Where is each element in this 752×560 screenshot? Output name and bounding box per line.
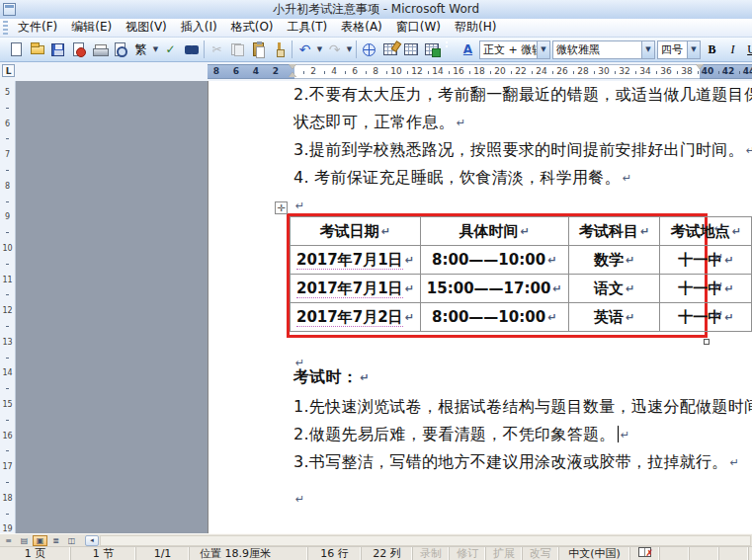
outline-view-button[interactable]: ≣ (48, 535, 63, 546)
print-layout-view-button[interactable]: ▣ (33, 535, 47, 546)
print-preview-icon[interactable] (111, 40, 130, 60)
find-icon[interactable] (182, 40, 202, 60)
undo-icon[interactable]: ↶ (295, 40, 315, 60)
first-line-indent-marker[interactable] (289, 64, 296, 69)
redo-icon: ↷ (325, 40, 345, 60)
ruler-number: 34 (639, 66, 650, 76)
status-language[interactable]: 中文(中国) (559, 547, 630, 560)
reading-layout-view-button[interactable]: ◫ (64, 535, 79, 546)
horizontal-scrollbar-row: ≡▤▣≣◫ ◂ (0, 533, 752, 546)
insert-table-icon[interactable] (401, 40, 421, 60)
table-cell[interactable]: 15:00——17:00↵ (420, 275, 568, 303)
table-cell[interactable]: 2017年7月2日↵ (291, 303, 421, 332)
table-cell[interactable]: 2017年7月1日↵ (291, 275, 421, 303)
paragraph-line[interactable]: 4. 考前保证充足睡眠，饮食清淡，科学用餐。↵ (293, 167, 631, 190)
menu-item-8[interactable]: 帮助(H) (448, 17, 503, 39)
menu-item-5[interactable]: 工具(T) (281, 17, 335, 39)
spelling-status-cell[interactable] (630, 547, 660, 560)
ruler-number: 14 (0, 368, 15, 377)
permission-icon[interactable] (69, 40, 89, 60)
table-header-cell[interactable]: 考试日期↵ (291, 217, 421, 246)
table-cell[interactable]: 十一中↵ (660, 275, 752, 303)
paragraph-line[interactable]: 2.做题先易后难，要看清题，不凭印象答题。↵ (293, 424, 630, 446)
hanging-indent-marker[interactable] (289, 72, 296, 77)
status-mode-0[interactable]: 录制 (413, 547, 450, 560)
table-header-cell[interactable]: 考试科目↵ (568, 217, 660, 246)
chinese-translate-icon[interactable]: 繁 (131, 40, 151, 60)
print-icon[interactable] (90, 40, 110, 60)
font-size-dropdown-icon[interactable]: ▼ (687, 41, 700, 58)
table-cell[interactable]: 英语↵ (568, 303, 660, 332)
table-cell[interactable]: 语文↵ (568, 275, 660, 303)
menu-item-6[interactable]: 表格(A) (334, 17, 389, 39)
table-cell[interactable]: 十一中↵ (660, 246, 752, 275)
font-combo[interactable]: 微软雅黑 ▼ (552, 40, 655, 59)
insert-hyperlink-icon[interactable] (360, 40, 379, 60)
toolbar-options-handle[interactable] (443, 38, 451, 62)
style-combo-dropdown-icon[interactable]: ▼ (537, 41, 549, 58)
paragraph-mark: ↵ (623, 172, 632, 185)
undo-dropdown-icon[interactable]: ▼ (315, 40, 324, 60)
document-page[interactable]: ✛ 考试日期↵具体时间↵考试科目↵考试地点↵2017年7月1日↵8:00——10… (208, 81, 752, 533)
table-resize-handle[interactable] (704, 339, 710, 345)
normal-view-button[interactable]: ≡ (1, 535, 16, 546)
menu-item-1[interactable]: 编辑(E) (64, 17, 119, 39)
table-cell[interactable]: 2017年7月1日↵ (291, 246, 421, 275)
save-icon[interactable] (48, 40, 68, 60)
word-window: 小升初考试注意事项 - Microsoft Word 文件(F)编辑(E)视图(… (0, 0, 752, 560)
bold-button[interactable]: B (703, 40, 722, 60)
style-combo[interactable]: 正文 + 微软 ▼ (479, 40, 550, 59)
scroll-left-arrow[interactable]: ◂ (85, 535, 99, 546)
new-document-icon[interactable] (7, 40, 27, 60)
style-combo-value: 正文 + 微软 (480, 42, 537, 57)
empty-paragraph[interactable]: ↵ (293, 488, 305, 511)
exam-time-heading[interactable]: 考试时：↵ (293, 366, 370, 389)
italic-button[interactable]: I (723, 40, 743, 60)
ruler-number: 4 (253, 66, 259, 76)
ruler-number: 24 (536, 66, 546, 76)
status-mode-2[interactable]: 扩展 (486, 547, 523, 560)
format-painter-icon[interactable] (270, 40, 290, 60)
paragraph-line[interactable]: 3.书写整洁，写错的地方不建议用涂改液或胶带，拉掉就行。↵ (293, 451, 739, 474)
horizontal-scrollbar-track[interactable] (100, 535, 751, 546)
menu-item-7[interactable]: 窗口(W) (389, 17, 448, 39)
web-layout-view-button[interactable]: ▤ (17, 535, 32, 546)
menu-item-2[interactable]: 视图(V) (119, 17, 174, 39)
ruler-number: 2 (310, 66, 316, 76)
paste-icon[interactable] (249, 40, 269, 60)
table-cell[interactable]: 8:00——10:00↵ (420, 246, 568, 275)
table-cell[interactable]: 数学↵ (568, 246, 660, 275)
table-header-cell[interactable]: 考试地点↵ (660, 217, 752, 246)
ruler-number: 4 (331, 66, 337, 76)
open-folder-icon[interactable] (28, 40, 47, 60)
table-cell[interactable]: 十一中↵ (660, 303, 752, 332)
table-header-cell[interactable]: 具体时间↵ (420, 217, 568, 246)
table-move-handle[interactable]: ✛ (275, 201, 288, 214)
window-title: 小升初考试注意事项 - Microsoft Word (0, 1, 752, 18)
paragraph-line[interactable]: 3.提前到学校熟悉路况，按照要求的时间提前安排好出门时间。↵ (293, 139, 752, 162)
empty-paragraph[interactable]: ↵ (293, 195, 305, 217)
font-size-combo[interactable]: 四号 ▼ (657, 40, 701, 59)
chinese-translate-dropdown-icon[interactable]: ▼ (151, 40, 160, 60)
paragraph-mark: ↵ (295, 200, 305, 212)
menu-grip-handle[interactable] (3, 21, 8, 35)
paragraph-line[interactable]: 2.不要有太大压力，考前翻一翻最近的错题，或适当做几道题目保持 (293, 84, 752, 106)
menu-item-4[interactable]: 格式(O) (224, 17, 281, 39)
menu-item-3[interactable]: 插入(I) (174, 17, 224, 39)
insert-excel-table-icon[interactable] (422, 40, 442, 60)
menu-item-0[interactable]: 文件(F) (11, 17, 64, 39)
tables-and-borders-icon[interactable] (380, 40, 400, 60)
font-combo-dropdown-icon[interactable]: ▼ (641, 41, 654, 58)
status-mode-1[interactable]: 修订 (450, 547, 486, 560)
paragraph-line[interactable]: 状态即可，正常作息。↵ (293, 112, 466, 134)
vertical-ruler: 567891011121314151617181920 (0, 81, 16, 533)
status-page-of-pages: 1/1 (136, 547, 190, 560)
table-cell[interactable]: 8:00——10:00↵ (420, 303, 568, 332)
status-mode-3[interactable]: 改写 (523, 547, 559, 560)
status-section: 1 节 (71, 547, 136, 560)
tab-selector[interactable]: L (2, 64, 15, 77)
styles-and-formatting-icon[interactable]: A (459, 40, 478, 60)
spelling-grammar-icon[interactable]: ✓ (161, 40, 181, 60)
paragraph-line[interactable]: 1.先快速浏览试卷，根据试卷结构与题目数量，迅速分配做题时间。↵ (293, 396, 752, 419)
underline-button[interactable]: U (744, 40, 752, 60)
